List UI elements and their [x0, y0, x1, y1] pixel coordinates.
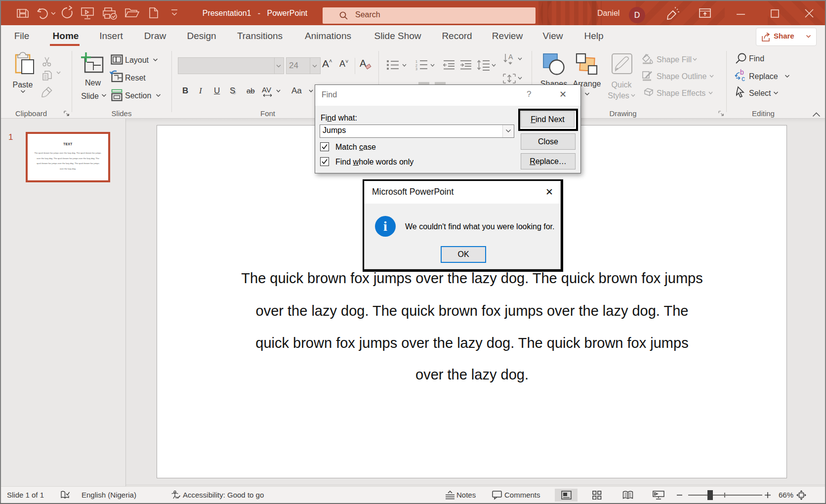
svg-text:1: 1: [415, 60, 417, 63]
svg-text:3: 3: [415, 67, 417, 70]
svg-text:2: 2: [415, 64, 417, 67]
svg-text:A: A: [508, 53, 513, 61]
svg-text:c: c: [742, 75, 745, 82]
